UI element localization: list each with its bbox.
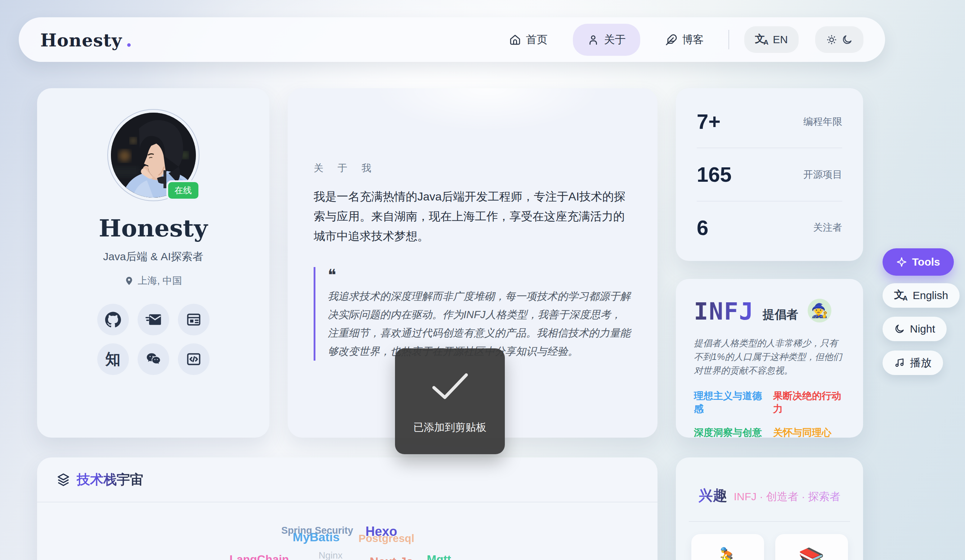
clipboard-toast: 已添加到剪贴板: [395, 348, 505, 454]
wechat-icon: [146, 351, 161, 367]
avatar-ring: 在线: [107, 109, 200, 201]
interests-title: 兴趣: [698, 485, 727, 505]
interest-tiles: 🚴 📚: [676, 534, 863, 560]
wechat-button[interactable]: [137, 343, 169, 375]
tech-stack-header: 技术栈宇宙: [37, 457, 658, 503]
navbar: Honesty . 首页 关于 博客 文A EN: [19, 17, 885, 62]
nav-item-label: 关于: [604, 33, 626, 47]
stat-row-followers: 6 关注者: [697, 201, 842, 254]
interests-header: 兴趣 INFJ · 创造者 · 探索者: [676, 457, 863, 505]
logo[interactable]: Honesty .: [40, 29, 132, 51]
feather-icon: [666, 34, 677, 46]
stat-label: 开源项目: [803, 168, 842, 181]
profile-location: 上海, 中国: [37, 274, 269, 287]
interest-tile-reading[interactable]: 📚: [775, 534, 848, 560]
personality-title: 提倡者: [763, 307, 798, 323]
nav-menu: 首页 关于 博客 文A EN: [500, 24, 864, 56]
nav-divider: [728, 30, 729, 49]
about-label: 关 于 我: [314, 162, 631, 175]
books-emoji-icon: 📚: [798, 546, 824, 560]
trait-empathy: 关怀与同理心: [773, 426, 845, 439]
cycling-emoji-icon: 🚴: [715, 546, 740, 560]
nav-item-about[interactable]: 关于: [573, 24, 640, 56]
moon-icon: [841, 34, 853, 45]
tech-stack-card: 技术栈宇宙 Spring Security MyBatis Hexo Postg…: [37, 457, 658, 560]
quote-mark-icon: ❝: [328, 267, 631, 283]
stats-card: 7+ 编程年限 165 开源项目 6 关注者: [676, 88, 863, 261]
trait-insight: 深度洞察与创意: [694, 426, 766, 439]
cloud-word: Next.Js: [370, 555, 413, 560]
cloud-word: Nginx: [319, 550, 342, 560]
stat-value: 7+: [697, 109, 721, 134]
play-label: 播放: [910, 356, 932, 370]
mail-send-icon: [146, 312, 161, 328]
logo-dot: .: [126, 29, 132, 51]
about-text: 我是一名充满热情的Java后端开发工程师，专注于AI技术的探索与应用。来自湖南，…: [314, 187, 631, 246]
trait-list: 理想主义与道德感 果断决绝的行动力 深度洞察与创意 关怀与同理心: [694, 389, 845, 439]
wizard-avatar: 🧙: [808, 299, 831, 322]
blog-layout-icon: [186, 312, 202, 328]
nav-item-label: 博客: [682, 33, 704, 47]
stat-row-projects: 165 开源项目: [697, 147, 842, 201]
tech-word-cloud: Spring Security MyBatis Hexo Postgresql …: [37, 503, 658, 560]
logo-text: Honesty: [40, 30, 122, 51]
code-icon: [186, 351, 202, 367]
quote-block: ❝ 我追求技术的深度理解而非广度堆砌，每一项技术的学习都源于解决实际问题的内在驱…: [314, 267, 631, 361]
profile-role: Java后端 & AI探索者: [37, 250, 269, 264]
moon-icon: [894, 323, 905, 334]
checkmark-icon: [428, 371, 472, 402]
layers-icon: [57, 473, 70, 487]
social-links: 知: [37, 304, 269, 375]
toast-message: 已添加到剪贴板: [413, 420, 486, 435]
github-icon: [105, 312, 121, 328]
stat-row-coding-years: 7+ 编程年限: [697, 95, 842, 147]
trait-decisiveness: 果断决绝的行动力: [773, 389, 845, 415]
night-label: Night: [910, 323, 935, 335]
english-label: English: [913, 289, 948, 302]
interests-divider: [689, 521, 850, 522]
personality-header: INFJ 提倡者 🧙: [694, 298, 845, 325]
translate-icon: 文A: [755, 34, 769, 46]
sparkle-icon: [896, 256, 907, 268]
theme-toggle[interactable]: [815, 26, 864, 53]
interests-subtitle: INFJ · 创造者 · 探索者: [734, 490, 841, 504]
personality-card: INFJ 提倡者 🧙 提倡者人格类型的人非常稀少，只有不到1%的人口属于这种类型…: [676, 279, 863, 438]
profile-name: Honesty: [37, 214, 269, 242]
github-button[interactable]: [97, 304, 129, 335]
status-badge: 在线: [166, 180, 200, 201]
tools-label: Tools: [912, 256, 940, 268]
english-button[interactable]: 文A English: [883, 283, 960, 308]
language-label: EN: [773, 33, 788, 46]
night-button[interactable]: Night: [883, 317, 947, 341]
code-button[interactable]: [178, 343, 209, 375]
cloud-word: LangChain: [229, 553, 289, 560]
tools-button[interactable]: Tools: [883, 248, 954, 276]
zhihu-button[interactable]: 知: [97, 343, 129, 375]
page: Honesty . 首页 关于 博客 文A EN: [0, 0, 965, 560]
nav-item-home[interactable]: 首页: [500, 24, 557, 56]
home-icon: [509, 34, 521, 46]
tech-stack-title: 技术栈宇宙: [77, 471, 143, 489]
zhihu-icon: 知: [106, 352, 121, 367]
user-icon: [587, 34, 599, 46]
cloud-word: Postgresql: [358, 532, 414, 545]
stat-value: 6: [697, 216, 708, 240]
play-button[interactable]: 播放: [883, 351, 943, 375]
trait-idealism: 理想主义与道德感: [694, 389, 766, 415]
nav-item-label: 首页: [526, 33, 548, 47]
sun-icon: [826, 34, 837, 45]
email-button[interactable]: [137, 304, 169, 335]
language-toggle[interactable]: 文A EN: [744, 26, 799, 53]
blog-button[interactable]: [178, 304, 209, 335]
translate-icon: 文A: [894, 290, 908, 302]
cloud-word: Mqtt: [427, 553, 451, 560]
interest-tile-cycling[interactable]: 🚴: [691, 534, 764, 560]
nav-item-blog[interactable]: 博客: [656, 24, 713, 56]
personality-type: INFJ: [694, 298, 754, 325]
stat-label: 编程年限: [803, 115, 842, 128]
interests-card: 兴趣 INFJ · 创造者 · 探索者 🚴 📚: [676, 457, 863, 560]
music-icon: [894, 358, 905, 368]
location-pin-icon: [124, 276, 134, 286]
stat-value: 165: [697, 162, 732, 186]
profile-card: 在线 Honesty Java后端 & AI探索者 上海, 中国: [37, 88, 269, 438]
